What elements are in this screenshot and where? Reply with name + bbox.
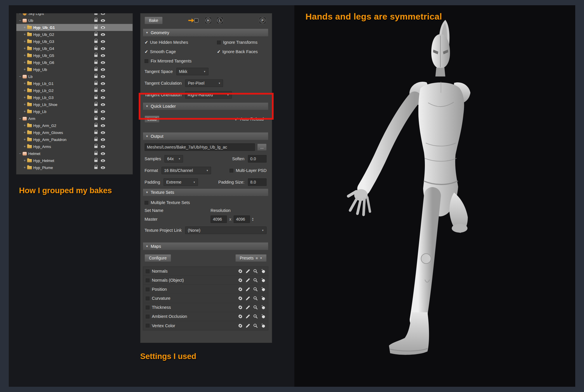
tree-row[interactable]: −Ub bbox=[16, 17, 133, 24]
checkbox-fix-mirrored-tangents[interactable]: Fix Mirrored Tangents bbox=[145, 59, 217, 63]
checkbox-smooth-cage[interactable]: ✓Smooth Cage bbox=[145, 49, 217, 54]
tree-row[interactable]: +Hyp_Lb_G3 bbox=[16, 94, 133, 101]
checkbox-use-hidden-meshes[interactable]: ✓Use Hidden Meshes bbox=[145, 40, 217, 45]
maps-section-header[interactable]: ▼ Maps bbox=[143, 242, 268, 250]
eye-icon[interactable] bbox=[101, 152, 105, 155]
output-path-field[interactable]: Meshes/Lowres/Bake_7a/Ub/Hyp_Ub_lg_ac bbox=[145, 143, 255, 151]
lock-icon[interactable] bbox=[94, 125, 98, 127]
quick-loader-header[interactable]: ▼ Quick Loader bbox=[143, 102, 268, 110]
checkbox-multiple-texture-sets[interactable]: Multiple Texture Sets bbox=[145, 200, 190, 205]
output-section-header[interactable]: ▼ Output bbox=[143, 132, 268, 140]
high-poly-icon[interactable]: H bbox=[205, 17, 212, 24]
eye-icon[interactable] bbox=[101, 103, 105, 106]
map-edit-pencil-icon[interactable] bbox=[246, 314, 250, 319]
tree-row[interactable]: +Hyp_Ub_G4 bbox=[16, 45, 133, 52]
map-edit-pencil-icon[interactable] bbox=[246, 323, 250, 328]
checkbox-box[interactable] bbox=[146, 288, 150, 291]
texture-project-link-dropdown[interactable]: (None)▼ bbox=[185, 227, 267, 234]
lock-icon[interactable] bbox=[94, 97, 98, 99]
lock-icon[interactable] bbox=[94, 146, 98, 148]
browse-button[interactable]: ... bbox=[257, 144, 267, 151]
checkbox-ignore-back-faces[interactable]: ✓Ignore Back Faces bbox=[217, 49, 258, 54]
expander-toggle[interactable]: + bbox=[23, 130, 27, 135]
checkbox-box[interactable] bbox=[146, 306, 150, 309]
configure-button[interactable]: Configure bbox=[145, 254, 171, 262]
eye-icon[interactable] bbox=[101, 68, 105, 71]
tree-row[interactable]: +Hyp_Arms bbox=[16, 143, 133, 150]
tree-row[interactable]: +Hyp_Ub_G2 bbox=[16, 31, 133, 38]
tree-row[interactable]: +Hyp_Ub bbox=[16, 66, 133, 73]
low-poly-icon[interactable]: L bbox=[216, 17, 223, 24]
map-inspect-magnifier-icon[interactable] bbox=[253, 296, 258, 301]
eye-icon[interactable] bbox=[101, 82, 105, 85]
lock-icon[interactable] bbox=[94, 76, 98, 78]
map-row-ambient-occlusion[interactable]: Ambient Occlusion bbox=[143, 312, 268, 321]
expander-toggle[interactable]: + bbox=[18, 13, 22, 15]
eye-icon[interactable] bbox=[101, 117, 105, 120]
lock-icon[interactable] bbox=[94, 132, 98, 134]
eye-icon[interactable] bbox=[101, 33, 105, 36]
tree-row[interactable]: −Lb bbox=[16, 73, 133, 80]
expander-toggle[interactable]: + bbox=[23, 165, 27, 170]
lock-icon[interactable] bbox=[94, 104, 98, 106]
soften-field[interactable]: 0.0 bbox=[248, 155, 267, 163]
map-settings-gear-icon[interactable] bbox=[238, 296, 243, 301]
map-edit-pencil-icon[interactable] bbox=[246, 269, 250, 273]
expander-toggle[interactable]: − bbox=[18, 151, 22, 156]
checkbox-box[interactable] bbox=[146, 278, 150, 282]
checkbox-auto-reload[interactable]: ✓Auto-Reload bbox=[235, 116, 264, 122]
map-preview-sphere-icon[interactable] bbox=[261, 323, 265, 328]
samples-dropdown[interactable]: 64x▼ bbox=[164, 155, 183, 163]
expander-toggle[interactable]: + bbox=[23, 32, 27, 36]
tree-row[interactable]: +Hyp_Ub_G6 bbox=[16, 59, 133, 66]
tangent-orientation-dropdown[interactable]: Right-Handed▼ bbox=[185, 91, 232, 99]
map-inspect-magnifier-icon[interactable] bbox=[253, 305, 258, 310]
checkbox-box[interactable] bbox=[146, 269, 150, 273]
eye-icon[interactable] bbox=[101, 131, 105, 134]
texture-sets-header[interactable]: ▼ Texture Sets bbox=[143, 189, 268, 196]
eye-icon[interactable] bbox=[101, 13, 105, 15]
map-inspect-magnifier-icon[interactable] bbox=[253, 278, 258, 283]
expander-toggle[interactable]: + bbox=[23, 25, 27, 29]
eye-icon[interactable] bbox=[101, 61, 105, 64]
eye-icon[interactable] bbox=[101, 89, 105, 92]
tree-row[interactable]: +Hyp_Arm_Pauldron bbox=[16, 136, 133, 143]
load-button[interactable]: Load bbox=[145, 116, 159, 123]
map-preview-sphere-icon[interactable] bbox=[261, 269, 265, 273]
expander-toggle[interactable]: − bbox=[18, 18, 22, 22]
eye-icon[interactable] bbox=[101, 96, 105, 99]
checkbox-ignore-transforms[interactable]: Ignore Transforms bbox=[217, 40, 258, 45]
tangent-space-dropdown[interactable]: Mikk▼ bbox=[176, 68, 208, 75]
lock-icon[interactable] bbox=[94, 13, 98, 15]
expander-toggle[interactable]: + bbox=[23, 81, 27, 86]
viewport[interactable]: Hands and legs are symmetrical bbox=[294, 5, 575, 387]
expander-toggle[interactable]: + bbox=[23, 158, 27, 163]
map-settings-gear-icon[interactable] bbox=[238, 269, 243, 273]
map-row-normals[interactable]: Normals bbox=[143, 267, 268, 276]
map-settings-gear-icon[interactable] bbox=[238, 323, 243, 328]
lock-icon[interactable] bbox=[94, 34, 98, 36]
eye-icon[interactable] bbox=[101, 110, 105, 113]
lock-icon[interactable] bbox=[94, 69, 98, 71]
expander-toggle[interactable]: + bbox=[23, 39, 27, 43]
lock-icon[interactable] bbox=[94, 139, 98, 141]
expander-toggle[interactable]: + bbox=[23, 144, 27, 149]
tree-row[interactable]: +Hyp_Arm_G2 bbox=[16, 122, 133, 129]
padding-size-field[interactable]: 8.0 bbox=[248, 178, 267, 186]
map-edit-pencil-icon[interactable] bbox=[246, 287, 250, 292]
checkbox-multi-layer-psd[interactable]: Multi-Layer PSD bbox=[230, 168, 267, 173]
checkbox-box[interactable] bbox=[146, 315, 150, 318]
expander-toggle[interactable]: − bbox=[18, 116, 22, 121]
lock-icon[interactable] bbox=[94, 48, 98, 50]
expander-toggle[interactable]: + bbox=[23, 102, 27, 107]
lock-icon[interactable] bbox=[94, 118, 98, 120]
eye-icon[interactable] bbox=[101, 54, 105, 57]
checkbox-box[interactable] bbox=[146, 297, 150, 300]
lock-icon[interactable] bbox=[94, 153, 98, 155]
map-inspect-magnifier-icon[interactable] bbox=[253, 323, 258, 328]
tree-row[interactable]: −Arm bbox=[16, 115, 133, 122]
expander-toggle[interactable]: + bbox=[23, 46, 27, 50]
expander-toggle[interactable]: − bbox=[18, 74, 22, 79]
eye-icon[interactable] bbox=[101, 75, 105, 78]
eye-icon[interactable] bbox=[101, 40, 105, 43]
